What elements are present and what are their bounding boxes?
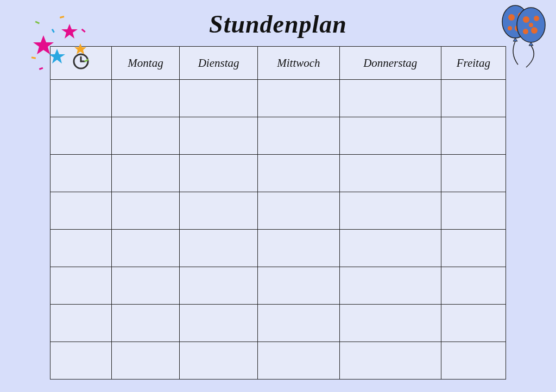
cell bbox=[112, 230, 180, 267]
cell bbox=[112, 80, 180, 117]
table-row bbox=[50, 80, 506, 117]
cell-time bbox=[50, 192, 112, 230]
cell bbox=[179, 305, 257, 342]
cell bbox=[112, 117, 180, 155]
cell bbox=[339, 155, 441, 192]
svg-marker-23 bbox=[529, 42, 533, 46]
cell bbox=[179, 342, 257, 380]
cell bbox=[258, 155, 340, 192]
cell-time bbox=[50, 267, 112, 305]
svg-rect-10 bbox=[39, 67, 43, 70]
cell bbox=[339, 192, 441, 230]
table-row bbox=[50, 192, 506, 230]
table-row bbox=[50, 117, 506, 155]
cell bbox=[441, 230, 506, 267]
cell bbox=[258, 117, 340, 155]
cell bbox=[258, 305, 340, 342]
table-row bbox=[50, 305, 506, 342]
cell bbox=[112, 342, 180, 380]
cell-time bbox=[50, 155, 112, 192]
header-day-1: Montag bbox=[112, 47, 180, 80]
cell bbox=[441, 342, 506, 380]
cell bbox=[258, 230, 340, 267]
cell-time bbox=[50, 117, 112, 155]
cell bbox=[179, 267, 257, 305]
svg-rect-5 bbox=[60, 16, 65, 18]
cell bbox=[112, 192, 180, 230]
svg-marker-3 bbox=[74, 43, 86, 54]
svg-point-12 bbox=[508, 14, 515, 21]
stars-confetti-icon bbox=[27, 11, 103, 76]
svg-marker-0 bbox=[33, 35, 54, 54]
svg-point-18 bbox=[523, 16, 529, 23]
cell bbox=[339, 230, 441, 267]
svg-point-22 bbox=[529, 23, 533, 27]
cell bbox=[441, 155, 506, 192]
svg-marker-2 bbox=[49, 49, 65, 64]
cell bbox=[179, 117, 257, 155]
cell bbox=[441, 80, 506, 117]
cell-time bbox=[50, 342, 112, 380]
svg-marker-16 bbox=[513, 38, 517, 41]
cell bbox=[258, 192, 340, 230]
header-day-3: Mittwoch bbox=[258, 47, 340, 80]
cell bbox=[339, 305, 441, 342]
cell bbox=[339, 342, 441, 380]
cell bbox=[258, 80, 340, 117]
table-row bbox=[50, 267, 506, 305]
cell bbox=[112, 155, 180, 192]
timetable: Montag Dienstag Mittwoch Donnerstag Frei… bbox=[50, 46, 506, 380]
svg-point-20 bbox=[531, 27, 538, 34]
cell-time bbox=[50, 305, 112, 342]
svg-point-19 bbox=[534, 16, 539, 21]
cell bbox=[441, 305, 506, 342]
cell bbox=[179, 230, 257, 267]
header-day-2: Dienstag bbox=[179, 47, 257, 80]
cell bbox=[258, 267, 340, 305]
svg-rect-8 bbox=[31, 56, 36, 59]
table-row bbox=[50, 230, 506, 267]
cell-time bbox=[50, 230, 112, 267]
cell bbox=[441, 267, 506, 305]
cell bbox=[339, 80, 441, 117]
svg-rect-6 bbox=[81, 29, 86, 33]
svg-marker-1 bbox=[61, 24, 78, 39]
cell bbox=[112, 305, 180, 342]
cell bbox=[441, 192, 506, 230]
cell bbox=[258, 342, 340, 380]
table-row bbox=[50, 342, 506, 380]
table-row bbox=[50, 155, 506, 192]
cell bbox=[339, 267, 441, 305]
header-day-4: Donnerstag bbox=[339, 47, 441, 80]
svg-rect-7 bbox=[84, 59, 89, 62]
cell bbox=[179, 192, 257, 230]
cell bbox=[339, 117, 441, 155]
cell bbox=[179, 80, 257, 117]
cell bbox=[112, 267, 180, 305]
svg-point-15 bbox=[508, 26, 512, 30]
cell bbox=[179, 155, 257, 192]
svg-rect-4 bbox=[35, 21, 40, 24]
cell-time bbox=[50, 80, 112, 117]
balloons-icon bbox=[496, 2, 551, 78]
svg-point-21 bbox=[523, 29, 528, 34]
svg-rect-9 bbox=[52, 29, 55, 33]
cell bbox=[441, 117, 506, 155]
